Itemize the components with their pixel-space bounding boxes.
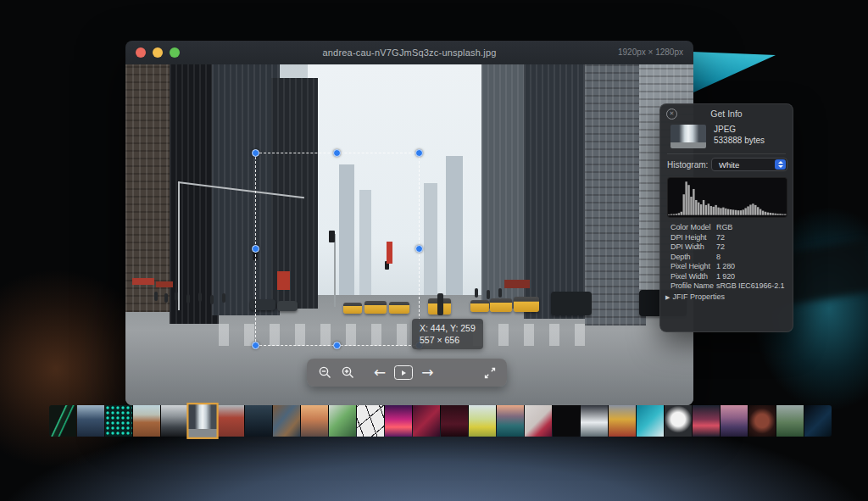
histogram-bar xyxy=(752,203,754,214)
histogram-bar xyxy=(722,208,724,215)
thumbnail-swirl[interactable] xyxy=(273,405,300,437)
selection-rectangle[interactable] xyxy=(255,153,420,346)
selection-handle-sw[interactable] xyxy=(252,342,259,349)
thumbnail-lakesunset[interactable] xyxy=(497,405,524,437)
property-label: DPI Width xyxy=(670,242,704,251)
thumbnail-redabstract[interactable] xyxy=(413,405,440,437)
histogram-bar xyxy=(683,194,685,214)
photo-pedestrian xyxy=(154,292,158,301)
histogram-bar xyxy=(727,209,729,215)
photo-distant-building xyxy=(424,183,437,302)
histogram-bar xyxy=(685,181,687,214)
histogram-bar xyxy=(705,205,707,215)
property-label: Color Model xyxy=(670,223,710,231)
property-value: sRGB IEC61966-2.1 xyxy=(716,281,784,290)
thumbnail-darklake[interactable] xyxy=(245,405,272,437)
histogram-bar xyxy=(673,214,675,215)
photo-lamp-pole xyxy=(178,181,180,310)
histogram-bar xyxy=(732,209,734,214)
photo-pedestrian xyxy=(210,295,214,304)
histogram-bar xyxy=(744,208,746,214)
histogram-bar xyxy=(740,210,742,215)
selection-handle-n[interactable] xyxy=(333,149,341,157)
property-value: RGB xyxy=(716,223,732,231)
thumbnail-whitestar[interactable] xyxy=(665,405,692,437)
photo-awning xyxy=(156,281,173,287)
thumbnail-phone[interactable] xyxy=(525,405,552,437)
histogram-bar xyxy=(754,205,756,215)
thumbnail-bluecity[interactable] xyxy=(77,405,104,437)
thumbnail-redbuilding[interactable] xyxy=(217,405,244,437)
selection-handle-w[interactable] xyxy=(252,245,259,253)
histogram-bar xyxy=(779,214,781,215)
selection-handle-nw[interactable] xyxy=(252,149,259,157)
photo-storefront xyxy=(504,280,530,288)
selection-handle-e[interactable] xyxy=(415,245,423,253)
thumbnail-maroon[interactable] xyxy=(441,405,468,437)
photo-taxi xyxy=(514,297,539,312)
selection-position: X: 444, Y: 259 xyxy=(420,322,476,334)
histogram-channel-value: White xyxy=(719,160,739,170)
play-icon xyxy=(394,365,413,380)
histogram-bar xyxy=(717,208,719,215)
histogram-channel-select[interactable]: White xyxy=(711,158,787,171)
histogram-bar xyxy=(730,209,732,215)
photo-pedestrian xyxy=(198,292,202,302)
photo-canvas[interactable]: X: 444, Y: 259 557 × 656 ← xyxy=(125,64,693,405)
thumbnail-purplevalley[interactable] xyxy=(721,405,748,437)
histogram-bar xyxy=(767,213,769,215)
wallpaper-teal-beam xyxy=(692,51,776,93)
thumbnail-neoncity[interactable] xyxy=(693,405,720,437)
thumbnail-yellowfield[interactable] xyxy=(469,405,496,437)
window-title: andrea-cau-nV7GJmSq3zc-unsplash.jpg xyxy=(125,47,693,58)
selection-handle-ne[interactable] xyxy=(415,149,423,157)
thumbnail-autumn[interactable] xyxy=(609,405,636,437)
divider xyxy=(667,153,786,154)
histogram-bar xyxy=(710,206,712,215)
histogram-bar xyxy=(784,214,786,215)
thumbnail-blacktex[interactable] xyxy=(553,405,580,437)
thumbnail-neonpink[interactable] xyxy=(385,405,412,437)
photo-taxi xyxy=(490,298,512,312)
file-size: 533888 bytes xyxy=(714,136,765,145)
thumbnail-scribble[interactable] xyxy=(357,405,384,437)
property-label: Pixel Height xyxy=(670,262,710,270)
histogram-bar xyxy=(690,197,692,215)
zoom-in-button[interactable] xyxy=(341,365,355,380)
histogram-bar xyxy=(681,212,682,215)
thumbnail-canyon[interactable] xyxy=(133,405,160,437)
photo-pedestrian xyxy=(498,288,502,298)
histogram-bar xyxy=(735,210,737,215)
image-viewer-window: andrea-cau-nV7GJmSq3zc-unsplash.jpg 1920… xyxy=(125,41,693,405)
thumbnail-tealwave[interactable] xyxy=(637,405,664,437)
thumbnail-snowpeak[interactable] xyxy=(581,405,608,437)
titlebar[interactable]: andrea-cau-nV7GJmSq3zc-unsplash.jpg 1920… xyxy=(125,41,693,64)
thumbnail-greenarch[interactable] xyxy=(329,405,356,437)
property-value: 72 xyxy=(716,242,725,251)
thumbnail-honeycomb[interactable] xyxy=(105,405,132,437)
thumbnail-stock[interactable] xyxy=(49,405,76,437)
histogram-bar xyxy=(720,208,721,214)
slideshow-button[interactable] xyxy=(394,365,413,380)
thumbnail-spore[interactable] xyxy=(748,405,776,437)
property-value: 1 280 xyxy=(716,262,735,270)
histogram-bar xyxy=(693,189,694,215)
viewer-toolbar: ← → xyxy=(307,359,507,387)
next-image-button[interactable]: → xyxy=(421,365,433,380)
photo-pedestrian xyxy=(186,294,190,303)
previous-image-button[interactable]: ← xyxy=(374,365,386,380)
thumbnail-sunsetcity[interactable] xyxy=(301,405,328,437)
histogram-bar xyxy=(737,210,739,215)
info-row: Pixel Height1 280 xyxy=(660,262,793,272)
selection-handle-s[interactable] xyxy=(333,342,341,349)
thumbnail-darksparkle[interactable] xyxy=(804,405,832,437)
thumbnail-citystreet[interactable] xyxy=(187,404,217,438)
jfif-disclosure[interactable]: ▶JFIF Properties xyxy=(665,292,725,301)
thumbnail-greenvalley[interactable] xyxy=(776,405,804,437)
thumbnail-bridge[interactable] xyxy=(161,405,188,437)
zoom-out-button[interactable] xyxy=(318,365,332,380)
property-value: 1 920 xyxy=(716,272,735,281)
fullscreen-button[interactable] xyxy=(484,367,496,379)
histogram-bar xyxy=(760,209,761,215)
property-label: DPI Height xyxy=(670,233,707,242)
